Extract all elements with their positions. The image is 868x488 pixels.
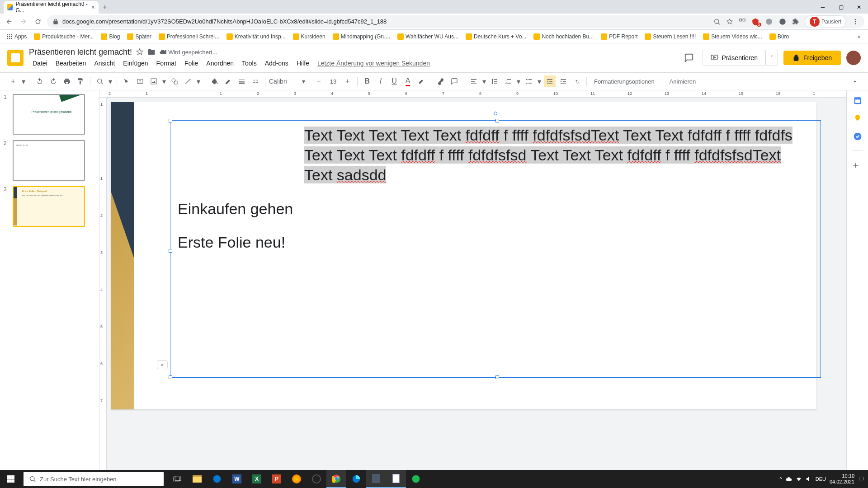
highlight-button[interactable] (415, 75, 427, 87)
bold-button[interactable]: B (361, 75, 373, 87)
menu-anordnen[interactable]: Anordnen (203, 58, 237, 69)
zoom-icon[interactable] (713, 18, 721, 25)
slides-logo-icon[interactable] (7, 50, 24, 66)
resize-handle[interactable] (495, 119, 499, 122)
excel-app-icon[interactable]: X (247, 470, 267, 488)
menu-dots-icon[interactable] (852, 18, 859, 25)
slide-text-line[interactable]: Erste Folie neu! (178, 232, 813, 252)
image-dropdown[interactable]: ▾ (161, 75, 167, 87)
menu-bearbeiten[interactable]: Bearbeiten (52, 58, 90, 69)
chrome-app-icon[interactable] (326, 470, 346, 488)
menu-folie[interactable]: Folie (181, 58, 202, 69)
border-weight-button[interactable] (236, 75, 248, 87)
volume-icon[interactable] (806, 476, 812, 482)
format-options-button[interactable]: Formatierungsoptionen (590, 75, 658, 87)
app-icon[interactable] (366, 470, 386, 488)
horizontal-ruler[interactable]: 21123456789101112131415161 (99, 90, 846, 98)
line-dropdown[interactable]: ▾ (196, 75, 201, 87)
vertical-ruler[interactable]: 11234567 (99, 98, 107, 470)
line-button[interactable] (182, 75, 194, 87)
menu-format[interactable]: Format (153, 58, 180, 69)
close-tab-icon[interactable]: × (91, 4, 95, 11)
bookmark-item[interactable]: Apps (4, 32, 29, 42)
wifi-icon[interactable] (796, 476, 802, 482)
slide-thumbnail-1[interactable]: Präsentieren leicht gemacht! (13, 94, 85, 135)
undo-button[interactable] (34, 75, 46, 87)
slide-thumbnail-3[interactable]: Erste Folie - Beispiel Text Text Text Te… (13, 186, 85, 227)
border-dash-button[interactable] (250, 75, 261, 87)
maximize-button[interactable]: ▢ (832, 1, 850, 14)
new-slide-dropdown[interactable]: ▾ (21, 75, 26, 87)
slide-text-line[interactable]: Einkaufen gehen (178, 199, 813, 219)
menu-addons[interactable]: Add-ons (261, 58, 292, 69)
browser-tab[interactable]: Präsentieren leicht gemacht! - G... × (4, 1, 99, 14)
italic-button[interactable]: I (375, 75, 387, 87)
bookmark-item[interactable]: PDF Report (598, 32, 640, 42)
reload-button[interactable] (33, 16, 43, 27)
language-indicator[interactable]: DEU (816, 476, 826, 482)
comments-button[interactable] (681, 50, 697, 66)
text-box-selected[interactable]: Text Text Text Text Text fdfdff f ffff f… (170, 120, 821, 378)
minimize-button[interactable]: ─ (814, 1, 832, 14)
url-bar[interactable]: docs.google.com/presentation/d/1yV372SO5… (47, 15, 864, 28)
profile-pause-button[interactable]: T Pausiert (805, 15, 846, 28)
blocker-icon[interactable]: 3 (751, 18, 760, 26)
keep-icon[interactable] (853, 114, 862, 123)
bookmarks-overflow-icon[interactable]: » (854, 31, 864, 42)
text-color-button[interactable]: A (402, 75, 414, 87)
present-button[interactable]: Präsentieren (703, 50, 765, 66)
fill-color-button[interactable] (209, 75, 221, 87)
forward-button[interactable] (18, 16, 29, 27)
powerpoint-app-icon[interactable]: P (267, 470, 287, 488)
star-outline-icon[interactable] (136, 48, 144, 56)
font-select[interactable]: Calibri▾ (269, 75, 305, 87)
extensions-icon[interactable] (792, 18, 799, 25)
calendar-icon[interactable] (853, 96, 862, 105)
menu-tools[interactable]: Tools (238, 58, 260, 69)
bookmark-item[interactable]: Steuern Videos wic... (700, 32, 765, 42)
align-button[interactable] (468, 75, 480, 87)
print-button[interactable] (61, 75, 73, 87)
textbox-button[interactable]: T (134, 75, 146, 87)
doc-title[interactable]: Präsentieren leicht gemacht! (29, 47, 132, 57)
notepad-app-icon[interactable] (386, 470, 406, 488)
link-button[interactable] (435, 75, 447, 87)
resize-handle[interactable] (169, 119, 172, 122)
numbered-list-dropdown[interactable]: ▾ (516, 75, 521, 87)
slide-text-line[interactable]: Text Text Text Text Text fdfdff f ffff f… (304, 125, 813, 145)
tray-chevron-icon[interactable]: ^ (780, 476, 782, 482)
slide-thumbnail-2[interactable]: aparnpne (13, 140, 85, 181)
bookmark-item[interactable]: Blog (98, 32, 123, 42)
bookmark-item[interactable]: Deutsche Kurs + Vo... (463, 32, 529, 42)
resize-handle[interactable] (495, 375, 499, 379)
slide-canvas[interactable]: Text Text Text Text Text fdfdff f ffff f… (111, 102, 816, 409)
new-tab-button[interactable]: + (99, 1, 111, 14)
edge-app-icon[interactable] (346, 470, 366, 488)
app-icon[interactable] (287, 470, 307, 488)
edge-legacy-icon[interactable] (207, 470, 227, 488)
menu-einfuegen[interactable]: Einfügen (119, 58, 151, 69)
bullet-list-dropdown[interactable]: ▾ (537, 75, 542, 87)
taskbar-search[interactable]: Zur Suche Text hier eingeben (24, 472, 164, 486)
collapse-toolbar-button[interactable] (849, 75, 861, 87)
obs-app-icon[interactable] (307, 470, 326, 488)
align-dropdown[interactable]: ▾ (481, 75, 487, 87)
bookmark-item[interactable]: Mindmapping (Gru... (330, 32, 393, 42)
resize-handle[interactable] (169, 375, 172, 379)
bookmark-item[interactable]: Wahlfächer WU Aus... (395, 32, 461, 42)
move-icon[interactable] (147, 48, 156, 56)
bookmark-item[interactable]: Kursideen (290, 32, 328, 42)
extension-icon-1[interactable] (778, 18, 787, 26)
notifications-icon[interactable] (858, 476, 864, 482)
new-slide-button[interactable]: + (7, 75, 19, 87)
comment-button[interactable] (448, 75, 460, 87)
bookmark-item[interactable]: Produktsuche - Mer... (31, 32, 96, 42)
paint-format-button[interactable] (75, 75, 86, 87)
resize-handle[interactable] (169, 249, 172, 253)
redo-button[interactable] (47, 75, 59, 87)
select-tool-button[interactable] (121, 75, 132, 87)
word-app-icon[interactable]: W (227, 470, 247, 488)
star-icon[interactable] (726, 18, 733, 25)
menu-hilfe[interactable]: Hilfe (293, 58, 313, 69)
share-button[interactable]: Freigeben (783, 51, 841, 65)
